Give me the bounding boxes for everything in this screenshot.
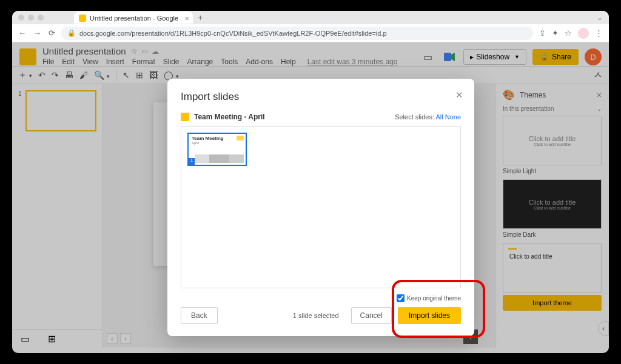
select-slides-label: Select slides: bbox=[395, 113, 434, 121]
kebab-icon[interactable]: ⋮ bbox=[595, 28, 603, 38]
tab-title: Untitled presentation - Google bbox=[90, 15, 178, 22]
badge-icon bbox=[237, 136, 244, 141]
close-tab-icon[interactable]: × bbox=[185, 14, 190, 23]
import-slides-button[interactable]: Import slides bbox=[398, 307, 461, 324]
window-controls[interactable] bbox=[18, 15, 44, 21]
profile-avatar-icon[interactable] bbox=[578, 28, 589, 39]
cancel-button[interactable]: Cancel bbox=[351, 307, 392, 324]
tab-strip: Untitled presentation - Google × + ⌄ bbox=[12, 11, 609, 24]
select-none-link[interactable]: None bbox=[445, 113, 461, 121]
slide-thumbnail-selected[interactable]: Team Meeting April 1 bbox=[187, 133, 247, 166]
import-slides-dialog: Import slides ✕ Team Meeting - April Sel… bbox=[167, 79, 474, 336]
selected-count: 1 slide selected bbox=[293, 312, 339, 319]
slides-file-icon bbox=[181, 113, 189, 121]
lock-icon: 🔒 bbox=[67, 29, 76, 37]
new-tab-icon[interactable]: + bbox=[198, 13, 203, 22]
browser-tab[interactable]: Untitled presentation - Google × bbox=[74, 12, 193, 24]
extensions-icon[interactable]: ✦ bbox=[552, 28, 559, 38]
bookmark-icon[interactable]: ☆ bbox=[565, 28, 572, 38]
browser-window: Untitled presentation - Google × + ⌄ ← →… bbox=[12, 11, 609, 353]
slides-favicon bbox=[79, 15, 86, 22]
dialog-title: Import slides bbox=[181, 91, 461, 103]
url-text: docs.google.com/presentation/d/1RL3H9cp0… bbox=[79, 30, 387, 37]
url-input[interactable]: 🔒 docs.google.com/presentation/d/1RL3H9c… bbox=[61, 27, 533, 40]
address-bar: ← → ⟳ 🔒 docs.google.com/presentation/d/1… bbox=[12, 24, 609, 42]
source-presentation-name: Team Meeting - April bbox=[194, 113, 265, 121]
reload-icon[interactable]: ⟳ bbox=[49, 28, 55, 38]
checkbox-input[interactable] bbox=[397, 294, 404, 302]
keep-original-theme-checkbox[interactable]: Keep original theme bbox=[397, 294, 461, 302]
back-icon[interactable]: ← bbox=[18, 28, 26, 38]
chevron-down-icon[interactable]: ⌄ bbox=[597, 13, 603, 22]
close-icon[interactable]: ✕ bbox=[455, 90, 463, 101]
forward-icon[interactable]: → bbox=[33, 28, 41, 38]
select-all-link[interactable]: All bbox=[435, 113, 443, 121]
svg-rect-0 bbox=[79, 15, 86, 22]
back-button[interactable]: Back bbox=[181, 307, 218, 324]
thumbnail-preview bbox=[195, 154, 244, 163]
share-icon[interactable]: ⇪ bbox=[539, 28, 546, 38]
slide-index: 1 bbox=[189, 158, 195, 165]
slides-grid: Team Meeting April 1 bbox=[181, 126, 461, 288]
